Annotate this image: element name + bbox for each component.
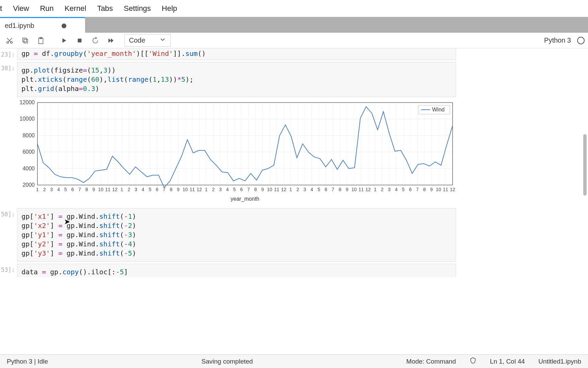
menu-settings[interactable]: Settings <box>124 4 151 13</box>
svg-text:8: 8 <box>423 187 426 192</box>
svg-text:11: 11 <box>358 187 364 192</box>
svg-text:2: 2 <box>212 187 215 192</box>
restart-icon[interactable] <box>89 34 101 47</box>
svg-text:5: 5 <box>317 187 320 192</box>
svg-text:8000: 8000 <box>22 133 35 138</box>
svg-text:11: 11 <box>274 187 279 192</box>
kernel-status-icon[interactable] <box>577 37 585 44</box>
tab-unsaved-dot-icon <box>62 24 66 28</box>
run-all-icon[interactable] <box>105 34 117 47</box>
svg-text:11: 11 <box>105 187 111 192</box>
svg-text:7: 7 <box>332 187 334 192</box>
chart-output: 2000400060008000100001200012345678910111… <box>17 100 456 202</box>
scrollbar-thumb[interactable] <box>583 134 587 196</box>
svg-text:8: 8 <box>254 187 257 192</box>
svg-marker-9 <box>111 38 113 43</box>
svg-rect-2 <box>24 39 28 43</box>
stop-icon[interactable] <box>74 34 86 47</box>
svg-text:4: 4 <box>395 187 398 192</box>
line-chart: 2000400060008000100001200012345678910111… <box>17 100 456 202</box>
menu-edit-partial[interactable]: t <box>0 4 2 13</box>
svg-text:12: 12 <box>112 187 118 192</box>
svg-text:9: 9 <box>261 187 264 192</box>
svg-text:3: 3 <box>135 187 137 192</box>
svg-text:4: 4 <box>311 187 313 192</box>
menu-help[interactable]: Help <box>162 4 177 13</box>
svg-text:3: 3 <box>50 187 53 192</box>
code-cell[interactable]: 50]: gp['x1'] = gp.Wind.shift(-1) gp['x2… <box>17 208 456 262</box>
svg-text:5: 5 <box>233 187 236 192</box>
code-cell[interactable]: 23]: gp = df.groupby('year_month')[['Win… <box>17 48 456 60</box>
scrollbar-vertical[interactable] <box>583 97 587 266</box>
code-cell[interactable]: 53]: data = gp.copy().iloc[:-5] <box>17 264 456 277</box>
svg-text:12: 12 <box>197 187 202 192</box>
status-mode: Mode: Command <box>406 358 456 365</box>
svg-text:8: 8 <box>85 187 88 192</box>
tab-notebook[interactable]: ed1.ipynb <box>0 17 85 33</box>
status-kernel[interactable]: Python 3 | Idle <box>7 358 48 365</box>
chevron-down-icon <box>159 36 166 45</box>
svg-text:11: 11 <box>190 187 195 192</box>
svg-text:year_month: year_month <box>231 196 260 202</box>
svg-text:1: 1 <box>374 187 377 192</box>
code-cell[interactable]: 38]: gp.plot(figsize=(15,3)) plt.xticks(… <box>17 62 456 97</box>
cell-prompt: 23]: <box>0 51 15 58</box>
statusbar: Python 3 | Idle Saving completed Mode: C… <box>0 354 588 368</box>
menu-run[interactable]: Run <box>40 4 53 13</box>
svg-text:3: 3 <box>219 187 222 192</box>
status-filename[interactable]: Untitled1.ipynb <box>538 358 581 365</box>
svg-text:1: 1 <box>120 187 123 192</box>
svg-text:10: 10 <box>182 187 188 192</box>
svg-rect-10 <box>37 103 453 185</box>
kernel-name[interactable]: Python 3 <box>544 36 571 44</box>
svg-text:5: 5 <box>149 187 151 192</box>
menu-kernel[interactable]: Kernel <box>65 4 86 13</box>
svg-text:4: 4 <box>226 187 229 192</box>
svg-text:12: 12 <box>450 187 455 192</box>
svg-text:3: 3 <box>388 187 391 192</box>
code-input[interactable]: gp.plot(figsize=(15,3)) plt.xticks(range… <box>17 62 456 97</box>
status-save: Saving completed <box>201 358 253 365</box>
svg-text:10: 10 <box>436 187 441 192</box>
svg-text:2: 2 <box>128 187 130 192</box>
paste-icon[interactable] <box>35 34 47 47</box>
svg-text:7: 7 <box>416 187 419 192</box>
svg-text:9: 9 <box>346 187 348 192</box>
menu-view[interactable]: View <box>13 4 29 13</box>
celltype-dropdown[interactable]: Code <box>125 34 171 47</box>
cell-prompt: 53]: <box>0 266 15 273</box>
svg-text:1: 1 <box>205 187 208 192</box>
copy-icon[interactable] <box>19 34 31 47</box>
svg-text:6: 6 <box>409 187 412 192</box>
svg-text:11: 11 <box>443 187 448 192</box>
notebook-area[interactable]: 23]: gp = df.groupby('year_month')[['Win… <box>0 48 588 280</box>
svg-text:9: 9 <box>430 187 433 192</box>
menu-tabs[interactable]: Tabs <box>97 4 113 13</box>
svg-text:6: 6 <box>325 187 327 192</box>
svg-text:6: 6 <box>240 187 243 192</box>
code-input[interactable]: data = gp.copy().iloc[:-5] <box>17 264 456 277</box>
cut-icon[interactable] <box>3 34 16 47</box>
status-cursor: Ln 1, Col 44 <box>490 358 525 365</box>
svg-text:4000: 4000 <box>22 166 35 171</box>
svg-text:6: 6 <box>156 187 159 192</box>
svg-text:1: 1 <box>36 187 39 192</box>
celltype-value: Code <box>129 36 145 44</box>
svg-text:2: 2 <box>381 187 383 192</box>
svg-text:10: 10 <box>98 187 103 192</box>
svg-text:2: 2 <box>43 187 46 192</box>
code-input[interactable]: gp = df.groupby('year_month')[['Wind']].… <box>17 48 456 60</box>
toolbar: Code Python 3 <box>0 33 588 48</box>
svg-text:10: 10 <box>352 187 357 192</box>
svg-text:2000: 2000 <box>22 182 35 188</box>
svg-text:5: 5 <box>402 187 405 192</box>
svg-text:6000: 6000 <box>22 149 35 155</box>
svg-text:8: 8 <box>170 187 173 192</box>
run-icon[interactable] <box>58 34 70 47</box>
svg-text:9: 9 <box>93 187 95 192</box>
svg-text:9: 9 <box>177 187 180 192</box>
svg-rect-3 <box>23 38 27 42</box>
shield-icon[interactable] <box>470 357 476 366</box>
code-input[interactable]: gp['x1'] = gp.Wind.shift(-1) gp['x2'] = … <box>17 208 456 262</box>
svg-text:5: 5 <box>64 187 67 192</box>
